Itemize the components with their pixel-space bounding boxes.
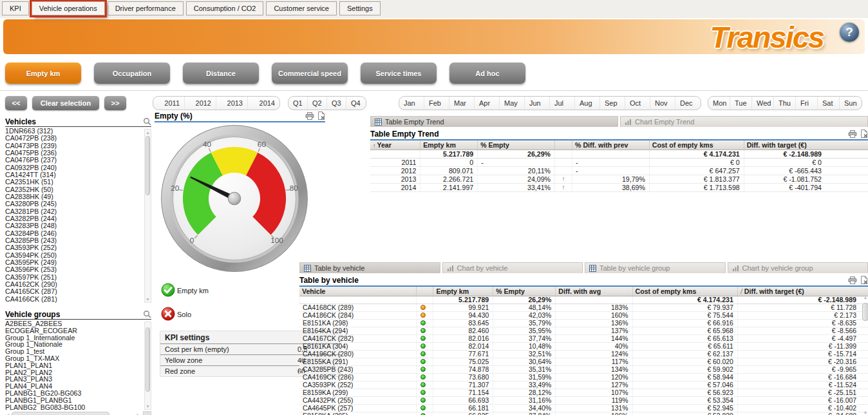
- scroll-right-icon[interactable]: ►: [136, 412, 141, 415]
- vehicle-row[interactable]: CA3285PB (243)74.87835,31%134%€ 59.902€ …: [299, 366, 868, 374]
- vehicle-group-item[interactable]: PLANBG1_PLANBG1: [5, 397, 143, 404]
- scrollbar-thumb[interactable]: [146, 136, 150, 195]
- scroll-up-icon[interactable]: ▲: [862, 294, 868, 300]
- print-icon[interactable]: [848, 130, 857, 138]
- year-filter-2011[interactable]: 2011: [153, 97, 185, 110]
- vehicle-tab-chart-by-vehicle-group[interactable]: Chart by vehicle group: [728, 262, 868, 273]
- vehicle-item[interactable]: CA4165CK (287): [5, 288, 143, 295]
- vehicle-table-scrollbar[interactable]: ▲ ▼: [862, 294, 868, 415]
- vehicles-scrollbar[interactable]: ▲ ▼: [144, 129, 151, 303]
- vehicle-group-item[interactable]: PLAN1_PLAN1: [5, 362, 143, 369]
- trend-row-2011[interactable]: 20110--€ 0€ 0: [370, 159, 868, 167]
- day-filter-thu[interactable]: Thu: [774, 97, 796, 110]
- day-filter-wed[interactable]: Wed: [752, 97, 774, 110]
- vehicle-item[interactable]: CA0476PB (237): [5, 157, 143, 164]
- month-filter-may[interactable]: May: [500, 97, 525, 110]
- month-filter-oct[interactable]: Oct: [625, 97, 650, 110]
- vehicle-item[interactable]: CA0472PB (238): [5, 135, 143, 142]
- column-header-vehicle[interactable]: Vehicle: [299, 287, 416, 296]
- trend-row-2012[interactable]: 2012809.07120,11%-€ 647.257€ -665.443: [370, 167, 868, 175]
- vehicle-tab-table-by-vehicle-group[interactable]: Table by vehicle group: [585, 262, 726, 273]
- groups-horizontal-scrollbar[interactable]: ◄ ►: [5, 411, 151, 415]
- column-header-pct-empty[interactable]: % Empty: [477, 140, 554, 150]
- tab-driver-performance[interactable]: Driver performance: [108, 1, 184, 15]
- vehicle-item[interactable]: CA2351HK (51): [5, 179, 143, 186]
- vehicle-row[interactable]: CA4196CK (280)77.67132,51%124%€ 62.137€ …: [299, 351, 868, 358]
- column-header-year[interactable]: ↑Year: [370, 140, 420, 150]
- tab-settings[interactable]: Settings: [339, 1, 381, 15]
- tab-customer-service[interactable]: Customer service: [266, 1, 337, 15]
- scroll-up-icon[interactable]: ▲: [145, 130, 151, 135]
- quarter-filter-q4[interactable]: Q4: [346, 97, 366, 110]
- kpi-button-empty-km[interactable]: Empty km: [5, 63, 81, 84]
- tab-kpi[interactable]: KPI: [2, 1, 29, 15]
- month-filter-apr[interactable]: Apr: [475, 97, 500, 110]
- vehicle-row[interactable]: E8151KA (298)83.64535,79%136%€ 66.916€ -…: [299, 320, 868, 327]
- month-filter-aug[interactable]: Aug: [575, 97, 600, 110]
- vehicle-row[interactable]: E8164KA (294)82.46035,95%137%€ 65.968€ -…: [299, 327, 868, 335]
- vehicle-item[interactable]: CA3283PB (248): [5, 222, 143, 229]
- vehicle-row[interactable]: CA4645PK (257)66.18134,40%131%€ 52.945€ …: [299, 405, 868, 412]
- scrollbar-thumb[interactable]: [12, 412, 109, 415]
- vehicle-row[interactable]: CA4432PK (255)66.69331,16%119%€ 53.354€ …: [299, 397, 868, 405]
- export-icon[interactable]: [860, 130, 868, 138]
- prev-button[interactable]: <<: [5, 96, 27, 110]
- trend-row-2013[interactable]: 20132.266.72124,09%↑19,79%€ 1.813.377€ -…: [370, 175, 868, 184]
- month-filter-jun[interactable]: Jun: [525, 97, 550, 110]
- column-header-diff-avg[interactable]: Diff. with avg: [555, 287, 632, 296]
- quarter-filter-q3[interactable]: Q3: [327, 97, 346, 110]
- column-header-empty-km[interactable]: Empty km: [433, 287, 493, 296]
- vehicle-item[interactable]: CA4166CK (281): [5, 296, 143, 303]
- vehicle-group-item[interactable]: ECOGEAR_ECOGEAR: [5, 327, 143, 334]
- scroll-down-icon[interactable]: ▼: [145, 296, 151, 302]
- column-header-pct-empty[interactable]: % Empty: [493, 287, 555, 296]
- column-header-empty-km[interactable]: Empty km: [420, 140, 477, 150]
- trend-tab-table-empty-trend[interactable]: Table Empty Trend: [370, 116, 618, 127]
- day-filter-tue[interactable]: Tue: [730, 97, 752, 110]
- month-filter-dec[interactable]: Dec: [675, 97, 701, 110]
- tab-consumption-co2[interactable]: Consumption / CO2: [186, 1, 264, 15]
- clear-selection-button[interactable]: Clear selection: [32, 96, 99, 110]
- trend-row-2014[interactable]: 20142.141.99733,41%↑38,69%€ 1.713.598€ -…: [370, 184, 868, 192]
- groups-scrollbar[interactable]: ▼: [144, 322, 151, 410]
- export-icon[interactable]: [317, 111, 325, 120]
- month-filter-jul[interactable]: Jul: [550, 97, 575, 110]
- scrollbar-thumb[interactable]: [146, 327, 150, 392]
- kpi-button-distance[interactable]: Distance: [183, 63, 259, 84]
- vehicle-row[interactable]: CA4168CK (289)99.92148,14%183%€ 79.937€ …: [299, 304, 868, 312]
- vehicle-tab-table-by-vehicle[interactable]: Table by vehicle: [299, 262, 440, 273]
- month-filter-jan[interactable]: Jan: [399, 97, 424, 110]
- year-filter-2012[interactable]: 2012: [185, 97, 216, 110]
- day-filter-sun[interactable]: Sun: [840, 97, 862, 110]
- scrollbar-thumb[interactable]: [862, 303, 868, 321]
- vehicle-row[interactable]: E8155KA (291)75.02530,64%117%€ 60.020€ -…: [299, 358, 868, 366]
- vehicle-row[interactable]: CA4169CK (286)73.68031,59%120%€ 58.944€ …: [299, 374, 868, 381]
- vehicle-row[interactable]: E8161KA (304)82.01410,48%40%€ 65.611€ -1…: [299, 343, 868, 351]
- month-filter-sep[interactable]: Sep: [600, 97, 625, 110]
- month-filter-feb[interactable]: Feb: [424, 97, 449, 110]
- vehicle-item[interactable]: CA3596PK (253): [5, 266, 143, 273]
- kpi-button-commercial-speed[interactable]: Commercial speed: [272, 63, 348, 84]
- month-filter-mar[interactable]: Mar: [449, 97, 475, 110]
- next-button[interactable]: >>: [104, 96, 126, 110]
- export-icon[interactable]: [860, 276, 868, 284]
- scroll-down-icon[interactable]: ▼: [862, 410, 868, 415]
- search-icon[interactable]: [143, 310, 151, 318]
- day-filter-fri[interactable]: Fri: [796, 97, 818, 110]
- day-filter-mon[interactable]: Mon: [708, 97, 730, 110]
- quarter-filter-q1[interactable]: Q1: [288, 97, 308, 110]
- print-icon[interactable]: [305, 112, 314, 120]
- scroll-down-icon[interactable]: ▼: [145, 403, 151, 409]
- vehicle-row[interactable]: CA4186CK (284)94.43042,03%160%€ 75.544€ …: [299, 312, 868, 320]
- column-header-cost[interactable]: Cost of empty kms: [632, 287, 737, 296]
- column-header-target[interactable]: /Diff. with target (€): [737, 287, 868, 296]
- year-filter-2014[interactable]: 2014: [248, 97, 279, 110]
- year-filter-2013[interactable]: 2013: [216, 97, 248, 110]
- vehicle-row[interactable]: CA4167CK (282)82.01637,74%144%€ 65.613€ …: [299, 335, 868, 343]
- trend-tab-chart-empty-trend[interactable]: Chart Empty Trend: [620, 116, 868, 127]
- kpi-button-service-times[interactable]: Service times: [361, 63, 437, 84]
- day-filter-sat[interactable]: Sat: [818, 97, 840, 110]
- kpi-button-ad-hoc[interactable]: Ad hoc: [449, 63, 525, 84]
- vehicle-item[interactable]: CA3280PB (245): [5, 200, 143, 208]
- vehicle-item[interactable]: CA3593PK (252): [5, 244, 143, 251]
